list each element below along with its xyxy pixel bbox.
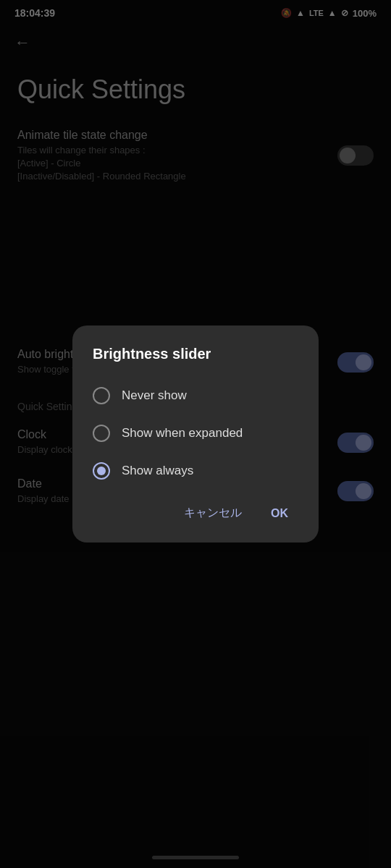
radio-inner-always [97, 467, 106, 475]
dialog-overlay: Brightness slider Never show Show when e… [0, 0, 391, 868]
radio-circle-never [93, 387, 110, 404]
radio-option-always[interactable]: Show always [78, 452, 313, 490]
dialog-actions: キャンセル OK [78, 490, 313, 531]
radio-circle-always [93, 462, 110, 480]
radio-option-never[interactable]: Never show [78, 377, 313, 414]
radio-option-expanded[interactable]: Show when expanded [78, 414, 313, 452]
radio-label-expanded: Show when expanded [122, 426, 243, 441]
radio-circle-expanded [93, 425, 110, 442]
brightness-slider-dialog: Brightness slider Never show Show when e… [72, 326, 319, 542]
radio-label-always: Show always [122, 464, 193, 478]
dialog-ok-button[interactable]: OK [258, 498, 301, 528]
dialog-title: Brightness slider [78, 346, 313, 377]
dialog-cancel-button[interactable]: キャンセル [171, 498, 255, 528]
radio-label-never: Never show [122, 388, 187, 403]
